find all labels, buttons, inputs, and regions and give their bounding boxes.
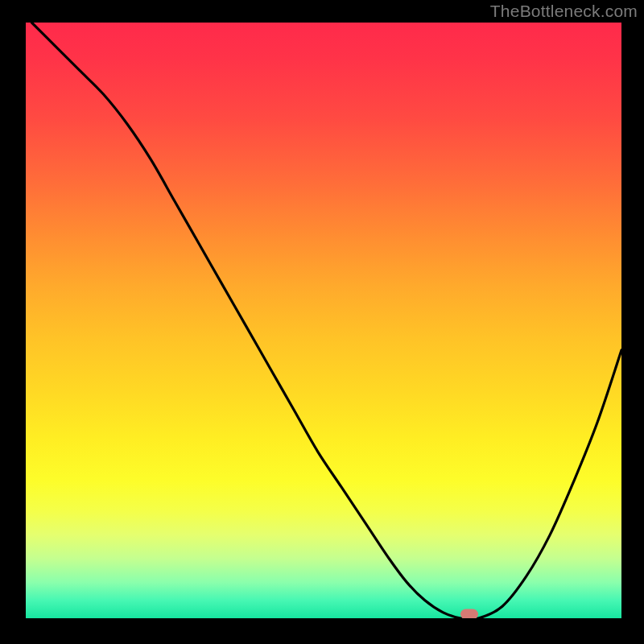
watermark-text: TheBottleneck.com (490, 2, 638, 21)
optimal-point-marker (460, 609, 478, 618)
curve-path (31, 23, 621, 618)
bottleneck-curve (26, 23, 621, 618)
plot-area (26, 23, 621, 618)
chart-frame: TheBottleneck.com (0, 0, 644, 644)
